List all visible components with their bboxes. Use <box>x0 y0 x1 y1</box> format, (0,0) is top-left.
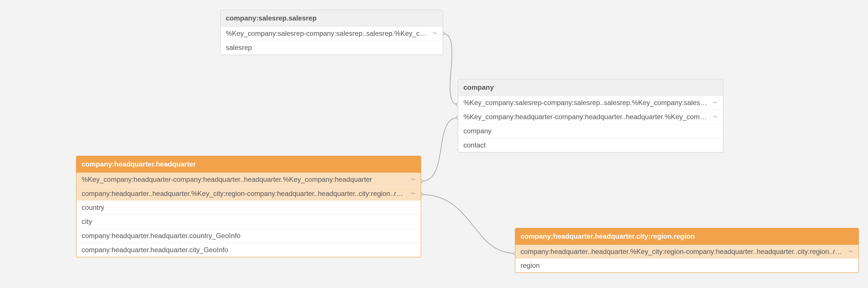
field-label: %Key_company:headquarter-company:headqua… <box>463 113 709 121</box>
key-icon <box>410 177 415 182</box>
field-row[interactable]: %Key_company:salesrep-company:salesrep..… <box>221 27 443 41</box>
table-node-company[interactable]: company %Key_company:salesrep-company:sa… <box>458 79 723 152</box>
field-row[interactable]: %Key_company:headquarter-company:headqua… <box>458 110 723 124</box>
field-label: country <box>82 203 415 211</box>
table-header[interactable]: company:salesrep.salesrep <box>221 10 443 27</box>
field-row[interactable]: region <box>515 259 859 272</box>
table-title: company:headquarter.headquarter <box>82 160 196 168</box>
field-row[interactable]: company:headquarter.headquarter.country_… <box>76 229 421 243</box>
field-row[interactable]: salesrep <box>221 41 443 55</box>
key-icon <box>713 114 718 119</box>
field-label: company:headquarter.headquarter.country_… <box>82 232 415 240</box>
table-title: company <box>463 83 494 91</box>
field-label: company:headquarter..headquarter.%Key_ci… <box>521 248 845 256</box>
field-row[interactable]: %Key_company:headquarter-company:headqua… <box>76 173 421 187</box>
table-node-region[interactable]: company:headquarter.headquarter.city:reg… <box>515 228 859 273</box>
field-label: %Key_company:salesrep-company:salesrep..… <box>226 29 429 37</box>
table-title: company:headquarter.headquarter.city:reg… <box>521 232 695 240</box>
key-icon <box>713 100 718 105</box>
field-label: company <box>463 127 718 135</box>
key-icon <box>410 191 415 196</box>
field-label: %Key_company:salesrep-company:salesrep..… <box>463 99 709 107</box>
field-label: salesrep <box>226 44 437 52</box>
field-row[interactable]: company:headquarter..headquarter.%Key_ci… <box>515 245 859 259</box>
key-icon <box>432 31 437 36</box>
table-header[interactable]: company <box>458 79 723 96</box>
diagram-canvas[interactable]: company:salesrep.salesrep %Key_company:s… <box>0 0 868 288</box>
field-row[interactable]: company <box>458 124 723 138</box>
field-label: company:headquarter.headquarter.city_Geo… <box>82 246 415 254</box>
field-row[interactable]: company:headquarter.headquarter.city_Geo… <box>76 243 421 257</box>
field-row[interactable]: country <box>76 201 421 215</box>
field-label: region <box>521 261 853 269</box>
field-label: %Key_company:headquarter-company:headqua… <box>82 175 407 183</box>
field-row[interactable]: contact <box>458 138 723 152</box>
table-node-salesrep[interactable]: company:salesrep.salesrep %Key_company:s… <box>220 10 443 55</box>
field-row[interactable]: company:headquarter..headquarter.%Key_ci… <box>76 187 421 201</box>
key-icon <box>848 249 853 254</box>
field-label: contact <box>463 141 718 149</box>
field-row[interactable]: city <box>76 215 421 229</box>
field-label: city <box>82 218 415 226</box>
field-label: company:headquarter..headquarter.%Key_ci… <box>82 190 407 198</box>
table-title: company:salesrep.salesrep <box>226 14 317 22</box>
table-header[interactable]: company:headquarter.headquarter.city:reg… <box>515 228 859 245</box>
table-node-headquarter[interactable]: company:headquarter.headquarter %Key_com… <box>76 156 421 257</box>
table-header[interactable]: company:headquarter.headquarter <box>76 156 421 173</box>
field-row[interactable]: %Key_company:salesrep-company:salesrep..… <box>458 96 723 110</box>
